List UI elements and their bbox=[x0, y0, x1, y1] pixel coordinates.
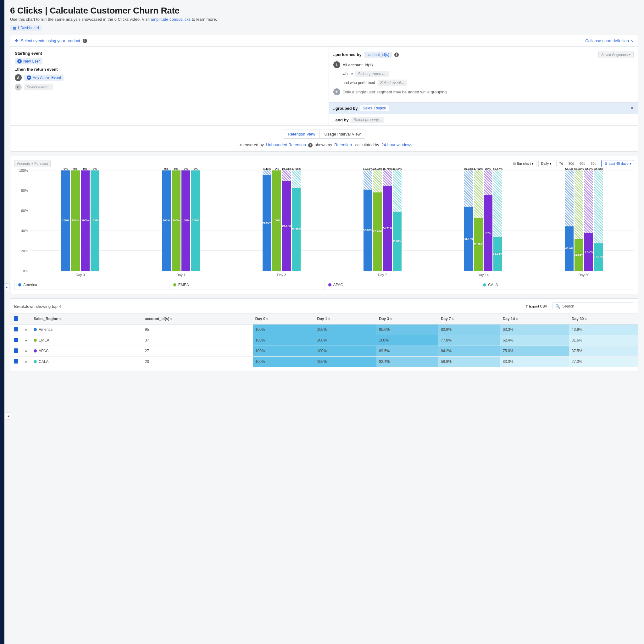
chevron-down-icon: ▾ bbox=[629, 53, 631, 57]
date-range-button[interactable]: 🗓Last 45 days▾ bbox=[601, 160, 634, 167]
interval-button[interactable]: Daily▾ bbox=[538, 160, 554, 167]
usage-interval-tab[interactable]: Usage Interval View bbox=[320, 130, 365, 138]
bar[interactable]: 52.38%47.62% bbox=[474, 170, 483, 271]
panel-toggle-button[interactable]: ◂ bbox=[5, 412, 11, 420]
chevron-right-icon: ▸ bbox=[6, 285, 8, 289]
bar[interactable]: 33.33%66.67% bbox=[493, 170, 502, 271]
select-events-link[interactable]: Select events using your product bbox=[21, 38, 80, 43]
bar[interactable]: 63.27%36.73% bbox=[464, 170, 473, 271]
retention-link[interactable]: Retention bbox=[334, 142, 352, 147]
column-header[interactable]: Day 1 bbox=[315, 314, 377, 324]
event-b-marker: B bbox=[15, 84, 22, 91]
range-30d[interactable]: 30d bbox=[566, 160, 577, 167]
and-by-property[interactable]: Select property... bbox=[351, 117, 385, 123]
info-icon[interactable]: i bbox=[394, 53, 399, 57]
bar[interactable]: 100%0% bbox=[272, 170, 281, 271]
legend-item[interactable]: America bbox=[14, 280, 169, 290]
bar[interactable]: 27.27%72.73% bbox=[594, 170, 603, 271]
search-input[interactable] bbox=[562, 304, 631, 308]
range-7d[interactable]: 7d bbox=[557, 160, 566, 167]
bar[interactable]: 37.5%62.5% bbox=[584, 170, 593, 271]
region-swatch bbox=[34, 360, 37, 363]
unbounded-retention-link[interactable]: Unbounded Retention bbox=[266, 142, 306, 147]
chart-type-button[interactable]: ▥Bar chart▾ bbox=[510, 160, 536, 167]
expand-row[interactable]: ▸ bbox=[22, 346, 31, 356]
export-csv-button[interactable]: ⇪Export CSV bbox=[523, 303, 550, 310]
range-90d[interactable]: 90d bbox=[588, 160, 599, 167]
windows-link[interactable]: 24-hour windows bbox=[381, 142, 412, 147]
row-checkbox[interactable] bbox=[14, 348, 18, 353]
table-row[interactable]: ▸APAC27100%100%89.5%84.2%75.0%37.5% bbox=[10, 346, 638, 356]
bar[interactable]: 100%0% bbox=[71, 170, 80, 271]
legend-item[interactable]: EMEA bbox=[169, 280, 325, 290]
legend-item[interactable]: CALA bbox=[479, 280, 634, 290]
bar[interactable]: 100%0% bbox=[191, 170, 200, 271]
bar[interactable]: 84.21%15.79% bbox=[383, 170, 392, 271]
bar[interactable]: 100%0% bbox=[81, 170, 90, 271]
row-checkbox[interactable] bbox=[14, 359, 18, 364]
row-checkbox[interactable] bbox=[14, 338, 18, 342]
column-header[interactable]: Day 14 bbox=[500, 314, 569, 324]
bar[interactable]: 80.88%19.12% bbox=[364, 170, 372, 271]
x-tick: Day 1 bbox=[130, 273, 231, 277]
select-all-checkbox[interactable] bbox=[14, 316, 18, 321]
dashboard-badge[interactable]: ▦ 1 Dashboard bbox=[10, 25, 42, 31]
bar[interactable]: 43.9%56.1% bbox=[565, 170, 574, 271]
saved-segments-button: Saved Segments▾ bbox=[598, 51, 634, 58]
bar[interactable]: 77.78%22.22% bbox=[373, 170, 382, 271]
retention-view-tab[interactable]: Retention View bbox=[283, 130, 320, 138]
y-tick: 40% bbox=[21, 229, 28, 233]
learn-more-link[interactable]: amplitude.com/6clicks bbox=[151, 17, 191, 22]
legend-item[interactable]: APAC bbox=[325, 280, 480, 290]
select-event-b[interactable]: Select event... bbox=[24, 84, 53, 90]
bar[interactable]: 95.59%4.41% bbox=[263, 170, 271, 271]
bar[interactable]: 82.35%17.65% bbox=[292, 170, 301, 271]
legend-swatch bbox=[173, 283, 176, 286]
event-icon: ✦ bbox=[27, 75, 31, 80]
add-segment-button[interactable]: + bbox=[333, 88, 340, 95]
range-60d[interactable]: 60d bbox=[577, 160, 588, 167]
table-row[interactable]: ▸America95100%100%95.6%80.9%63.3%43.9% bbox=[10, 324, 638, 335]
expand-row[interactable]: ▸ bbox=[22, 324, 31, 335]
bar[interactable]: 100%0% bbox=[61, 170, 70, 271]
x-tick: Day 30 bbox=[534, 273, 634, 277]
bar-chart-icon: ▥ bbox=[513, 162, 516, 166]
column-header[interactable]: account_id(s) bbox=[142, 314, 253, 324]
column-header[interactable]: Day 30 bbox=[569, 314, 638, 324]
column-header[interactable]: Sales_Region bbox=[31, 314, 142, 324]
bar[interactable]: 75%25% bbox=[484, 170, 492, 271]
bar[interactable]: 58.82%41.18% bbox=[393, 170, 402, 271]
bar[interactable]: 100%0% bbox=[172, 170, 180, 271]
grid-icon: ▦ bbox=[13, 26, 16, 30]
page-title: 6 Clicks | Calculate Customer Churn Rate bbox=[10, 6, 638, 16]
where-property[interactable]: Select property... bbox=[355, 71, 389, 77]
bar[interactable]: 100%0% bbox=[181, 170, 190, 271]
column-header[interactable]: Day 3 bbox=[376, 314, 438, 324]
row-checkbox[interactable] bbox=[14, 327, 18, 331]
bar[interactable]: 89.47%10.53% bbox=[282, 170, 291, 271]
table-row[interactable]: ▸CALA20100%100%82.4%58.8%33.3%27.3% bbox=[10, 356, 638, 367]
bar[interactable]: 100%0% bbox=[162, 170, 171, 271]
expand-sidebar-button[interactable]: ▸ bbox=[4, 283, 9, 290]
view-toggle[interactable]: Retention View Usage Interval View bbox=[283, 130, 365, 139]
collapse-definition[interactable]: Collapse chart definition ⤡ bbox=[585, 38, 634, 43]
export-icon: ⇪ bbox=[525, 304, 528, 308]
bar[interactable]: 31.58%68.42% bbox=[575, 170, 583, 271]
calendar-icon: 🗓 bbox=[604, 162, 608, 165]
anomaly-forecast-button: Anomaly + Forecast bbox=[14, 160, 51, 167]
table-row[interactable]: ▸EMEA37100%100%100%77.8%52.4%31.6% bbox=[10, 335, 638, 346]
user-icon: ✦ bbox=[17, 59, 22, 64]
info-icon[interactable]: i bbox=[308, 143, 313, 147]
new-user-pill[interactable]: ✦ New User bbox=[15, 58, 42, 64]
sales-region-pill[interactable]: Sales_Region bbox=[360, 105, 389, 111]
expand-row[interactable]: ▸ bbox=[22, 356, 31, 367]
bar[interactable]: 100%0% bbox=[91, 170, 99, 271]
who-performed-event[interactable]: Select event... bbox=[378, 80, 407, 86]
remove-group-button[interactable]: × bbox=[631, 105, 634, 111]
any-active-event-pill[interactable]: ✦ Any Active Event bbox=[24, 75, 64, 81]
info-icon[interactable]: i bbox=[83, 39, 87, 43]
expand-row[interactable]: ▸ bbox=[22, 335, 31, 346]
account-id-pill[interactable]: account_id(s) bbox=[364, 52, 392, 58]
column-header[interactable]: Day 7 bbox=[438, 314, 500, 324]
column-header[interactable]: Day 0 bbox=[253, 314, 315, 324]
